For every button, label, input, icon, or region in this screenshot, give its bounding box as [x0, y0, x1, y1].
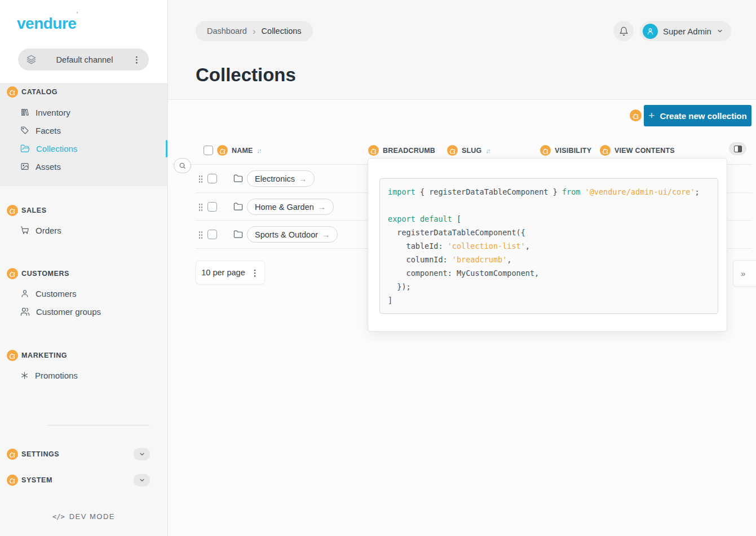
sidebar-item-label: Customers	[36, 289, 77, 298]
sidebar-item-facets[interactable]: Facets	[20, 122, 61, 139]
folder-icon	[233, 174, 243, 183]
user-name: Super Admin	[663, 27, 711, 36]
extension-point-badge[interactable]	[630, 109, 642, 121]
extension-point-badge[interactable]	[600, 145, 611, 156]
sidebar-section-system[interactable]: SYSTEM	[7, 474, 52, 486]
search-icon	[179, 162, 186, 169]
extension-point-badge[interactable]	[447, 145, 458, 156]
folder-icon	[233, 202, 243, 212]
extension-point-badge[interactable]	[7, 86, 18, 98]
breadcrumb-dashboard[interactable]: Dashboard	[207, 27, 247, 36]
puzzle-icon	[219, 147, 226, 154]
puzzle-icon	[9, 451, 16, 458]
sidebar-section-customers: CUSTOMERS	[7, 267, 69, 280]
drag-handle-icon[interactable]	[198, 203, 202, 211]
library-icon	[20, 108, 29, 117]
column-header-view-contents: VIEW CONTENTS	[600, 145, 675, 156]
channel-menu-icon[interactable]: ⋮	[132, 55, 141, 64]
chevron-right-icon: ›	[253, 27, 256, 36]
column-label[interactable]: SLUG	[462, 147, 482, 155]
breadcrumb-collections[interactable]: Collections	[262, 27, 302, 36]
code-block: import { registerDataTableComponent } fr…	[379, 178, 718, 314]
sidebar-item-inventory[interactable]: Inventory	[20, 104, 70, 121]
section-label: CATALOG	[21, 88, 58, 96]
extension-point-badge[interactable]	[7, 449, 18, 460]
puzzle-icon	[602, 147, 609, 154]
collection-link[interactable]: Home & Garden →	[247, 199, 334, 215]
dev-mode-toggle[interactable]: </> DEV MODE	[0, 512, 167, 521]
sidebar-item-promotions[interactable]: Promotions	[20, 367, 78, 384]
extension-point-badge[interactable]	[368, 145, 379, 156]
active-item-accent	[166, 140, 167, 157]
drag-handle-icon[interactable]	[198, 175, 202, 183]
section-label: CUSTOMERS	[21, 270, 69, 278]
collection-link[interactable]: Sports & Outdoor →	[247, 226, 338, 243]
users-icon	[20, 307, 30, 317]
extension-point-badge[interactable]	[217, 145, 228, 156]
column-label[interactable]: BREADCRUMB	[383, 147, 435, 155]
sort-icon[interactable]: ↓↑	[486, 147, 490, 154]
column-label[interactable]: VISIBILITY	[555, 147, 591, 155]
sidebar-item-assets[interactable]: Assets	[20, 158, 61, 175]
cart-icon	[20, 226, 29, 235]
asterisk-icon	[20, 371, 29, 380]
per-page-label: 10 per page	[201, 268, 245, 277]
row-checkbox[interactable]	[207, 202, 217, 212]
column-label[interactable]: NAME	[232, 147, 253, 155]
collection-link[interactable]: Electronics →	[247, 170, 315, 187]
drag-handle-icon[interactable]	[198, 231, 202, 239]
avatar	[643, 24, 658, 39]
code-icon: </>	[52, 513, 65, 521]
column-label[interactable]: VIEW CONTENTS	[614, 147, 675, 155]
extension-point-badge[interactable]	[7, 475, 18, 486]
channel-selector[interactable]: Default channel ⋮	[18, 49, 149, 71]
extension-point-badge[interactable]	[7, 268, 18, 279]
create-button-label: Create new collection	[660, 111, 746, 121]
puzzle-icon	[9, 207, 16, 214]
sidebar-item-label: Facets	[36, 126, 61, 135]
sidebar-item-label: Promotions	[35, 371, 78, 380]
create-new-collection-button[interactable]: + Create new collection	[644, 105, 751, 126]
extension-point-badge[interactable]	[540, 145, 551, 156]
puzzle-icon	[9, 352, 16, 359]
vendure-logo[interactable]: vendure’	[17, 15, 78, 33]
sidebar-item-collections[interactable]: Collections	[20, 140, 77, 157]
chevron-down-icon	[139, 451, 145, 458]
sidebar: vendure’ Default channel ⋮ CATALOG Inven…	[0, 0, 168, 536]
row-checkbox[interactable]	[207, 174, 217, 183]
logo-text: vendure	[17, 15, 76, 32]
section-label: SYSTEM	[21, 476, 52, 484]
folder-open-icon	[20, 144, 30, 153]
column-picker-button[interactable]	[729, 142, 746, 155]
select-all-checkbox[interactable]	[204, 146, 213, 155]
sort-icon[interactable]: ↓↑	[257, 147, 261, 154]
collection-name: Home & Garden	[255, 203, 314, 212]
user-menu[interactable]: Super Admin	[640, 21, 731, 41]
items-per-page-select[interactable]: 10 per page ⋮	[196, 261, 265, 284]
extension-point-badge[interactable]	[7, 350, 18, 361]
table-search-button[interactable]	[174, 158, 191, 173]
sidebar-item-orders[interactable]: Orders	[20, 222, 61, 239]
puzzle-icon	[9, 477, 16, 484]
row-checkbox[interactable]	[207, 230, 217, 239]
kebab-menu-icon: ⋮	[251, 269, 259, 277]
notifications-button[interactable]	[613, 21, 634, 41]
sidebar-item-customers[interactable]: Customers	[20, 285, 77, 302]
sidebar-section-settings[interactable]: SETTINGS	[7, 448, 59, 460]
arrow-right-icon: →	[318, 203, 326, 212]
next-page-button[interactable]: »	[733, 260, 756, 287]
section-label: SALES	[21, 207, 47, 214]
dev-mode-label: DEV MODE	[69, 512, 115, 521]
extension-point-badge[interactable]	[7, 205, 18, 216]
section-label: SETTINGS	[21, 450, 59, 458]
tag-icon	[20, 126, 29, 135]
sidebar-item-customer-groups[interactable]: Customer groups	[20, 303, 101, 320]
arrow-right-icon: →	[299, 174, 307, 183]
system-expand-button[interactable]	[134, 474, 150, 486]
collection-name: Electronics	[255, 174, 295, 183]
settings-expand-button[interactable]	[134, 448, 150, 460]
puzzle-icon	[370, 147, 377, 154]
layers-icon	[26, 54, 37, 65]
page-title: Collections	[196, 64, 296, 86]
sidebar-item-label: Collections	[36, 144, 77, 153]
